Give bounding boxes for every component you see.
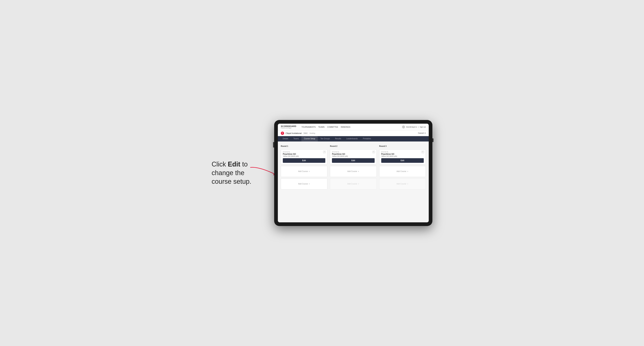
round-2-edit-button[interactable]: Edit — [332, 158, 374, 163]
add-course-label-2: Add Course — [298, 183, 308, 185]
tab-course-setup[interactable]: Course Setup — [302, 136, 318, 142]
round-2-delete-button[interactable]: ⊓ — [372, 151, 375, 153]
round-2-course-badge: (Course A) — [332, 151, 374, 153]
nav-links: TOURNAMENTS TEAMS COMMITTEE RANKINGS — [302, 126, 398, 128]
instruction-prefix: Click — [212, 161, 228, 168]
round-1-add-course-2[interactable]: Add Course + — [281, 178, 327, 189]
user-avatar — [402, 126, 405, 129]
tab-leaderboards[interactable]: Leaderboards — [344, 136, 360, 142]
add-course-label: Add Course — [298, 170, 308, 172]
gender-badge: Men — [303, 132, 308, 134]
round-1-course-details: Yellow (M) (6629 yds) — [283, 155, 325, 157]
arrow-annotation — [248, 166, 278, 176]
event-name: Clippd Invitational — [286, 132, 302, 134]
hosting-status: Hosting — [310, 132, 315, 134]
add-course-plus-icon: + — [308, 170, 310, 173]
user-email: blair@clippd.io — [406, 126, 417, 128]
nav-separator: | — [418, 126, 418, 128]
sign-out-link[interactable]: Sign out — [420, 126, 426, 128]
round-3-column: Round 3 (Course A) Peachtree GC Yellow (… — [379, 145, 426, 189]
round-2-course-name: Peachtree GC — [332, 153, 374, 155]
round-3-add-course-2: Add Course + — [379, 178, 426, 189]
add-course-plus-icon-2: + — [308, 182, 310, 185]
tab-printables[interactable]: Printables — [360, 136, 374, 142]
round-1-column: Round 1 (Course A) Peachtree GC Yellow (… — [281, 145, 327, 189]
tab-teams[interactable]: Teams — [291, 136, 302, 142]
round-3-add-course-1[interactable]: Add Course + — [379, 166, 426, 177]
round-1-label: Round 1 — [281, 145, 327, 147]
round-1-delete-button[interactable]: ⊓ — [323, 151, 326, 153]
tab-tee-groups[interactable]: Tee Groups — [318, 136, 332, 142]
round-3-label: Round 3 — [379, 145, 426, 147]
top-nav: SCOREBOARD Powered by clippd TOURNAMENTS… — [278, 124, 429, 131]
breadcrumb-bar: C Clippd Invitational Men Hosting Cancel… — [278, 131, 429, 136]
logo-sub: Powered by clippd — [281, 127, 296, 129]
round-2-course-details: Yellow (M) (6629 yds) — [332, 155, 374, 157]
tab-details[interactable]: Details — [280, 136, 291, 142]
tablet-screen: SCOREBOARD Powered by clippd TOURNAMENTS… — [278, 124, 429, 222]
round-3-course-name: Peachtree GC — [381, 153, 424, 155]
round-3-course-card: (Course A) Peachtree GC Yellow (M) (6629… — [379, 149, 426, 165]
round-2-add-course-label-2: Add Course — [348, 183, 357, 185]
round-3-add-course-plus: + — [407, 170, 408, 173]
rounds-grid: Round 1 (Course A) Peachtree GC Yellow (… — [281, 145, 426, 189]
round-3-delete-button[interactable]: ⊓ — [422, 151, 424, 153]
round-1-course-badge: (Course A) — [283, 151, 325, 153]
round-2-add-course-1[interactable]: Add Course + — [330, 166, 376, 177]
round-2-add-course-plus: + — [358, 170, 359, 173]
round-3-course-badge: (Course A) — [381, 151, 424, 153]
content-area: Round 1 (Course A) Peachtree GC Yellow (… — [278, 142, 429, 222]
round-3-add-course-plus-2: + — [407, 182, 408, 185]
round-2-course-card: (Course A) Peachtree GC Yellow (M) (6629… — [330, 149, 376, 165]
logo-title: SCOREBOARD — [281, 125, 296, 127]
instruction-bold: Edit — [228, 161, 240, 168]
round-2-add-course-label: Add Course — [348, 170, 357, 172]
round-1-edit-button[interactable]: Edit — [283, 158, 325, 163]
tab-results[interactable]: Results — [332, 136, 344, 142]
round-3-add-course-label-2: Add Course — [396, 183, 406, 185]
round-3-add-course-label: Add Course — [396, 170, 406, 172]
nav-committee[interactable]: COMMITTEE — [327, 126, 338, 128]
page-wrapper: Click Edit to change the course setup. S… — [193, 120, 451, 226]
round-2-label: Round 2 — [330, 145, 376, 147]
round-2-column: Round 2 (Course A) Peachtree GC Yellow (… — [330, 145, 376, 189]
nav-right: blair@clippd.io | Sign out — [402, 126, 426, 129]
scoreboard-logo: SCOREBOARD Powered by clippd — [281, 125, 296, 129]
round-2-add-course-2: Add Course + — [330, 178, 376, 189]
round-1-course-card: (Course A) Peachtree GC Yellow (M) (6629… — [281, 149, 327, 165]
round-3-course-details: Yellow (M) (6629 yds) — [381, 155, 424, 157]
nav-teams[interactable]: TEAMS — [318, 126, 324, 128]
cancel-button[interactable]: Cancel ✕ — [418, 132, 426, 134]
round-1-course-name: Peachtree GC — [283, 153, 325, 155]
nav-rankings[interactable]: RANKINGS — [341, 126, 350, 128]
tablet-device: SCOREBOARD Powered by clippd TOURNAMENTS… — [274, 120, 432, 226]
round-1-add-course-1[interactable]: Add Course + — [281, 166, 327, 177]
nav-tournaments[interactable]: TOURNAMENTS — [302, 126, 316, 128]
cancel-x-icon: ✕ — [424, 132, 426, 134]
tab-bar: Details Teams Course Setup Tee Groups Re… — [278, 136, 429, 142]
round-3-edit-button[interactable]: Edit — [381, 158, 424, 163]
brand-logo-c: C — [281, 132, 284, 135]
instruction-text: Click Edit to change the course setup. — [212, 160, 263, 186]
round-2-add-course-plus-2: + — [358, 182, 359, 185]
